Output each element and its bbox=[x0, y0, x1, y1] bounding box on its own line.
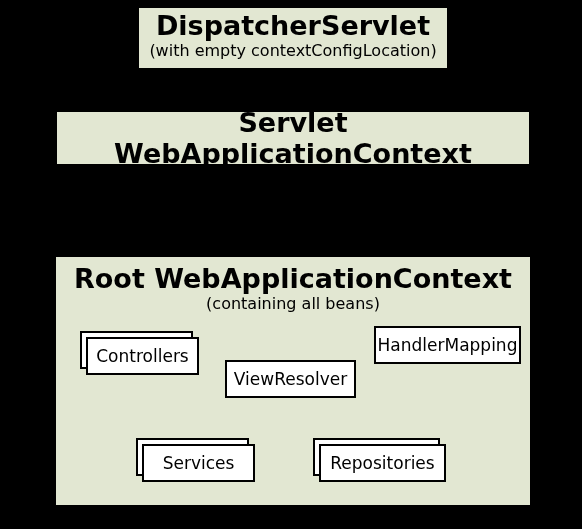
controllers-bean: Controllers bbox=[86, 337, 199, 375]
arrow-1-line bbox=[291, 70, 295, 96]
delegates-label: Delegates if no bean found bbox=[302, 191, 442, 227]
viewresolver-bean: ViewResolver bbox=[225, 360, 356, 398]
controllers-stack: Controllers bbox=[86, 337, 199, 375]
servlet-context-box: Servlet WebApplicationContext bbox=[55, 110, 531, 166]
handlermapping-bean: HandlerMapping bbox=[374, 326, 521, 364]
delegates-line2: if no bean found bbox=[302, 209, 442, 227]
viewresolver-label: ViewResolver bbox=[234, 369, 347, 389]
handlermapping-label: HandlerMapping bbox=[378, 335, 518, 355]
dispatcher-title: DispatcherServlet bbox=[139, 10, 447, 41]
services-label: Services bbox=[163, 453, 235, 473]
root-context-subtitle: (containing all beans) bbox=[56, 294, 530, 313]
arrow-2-head bbox=[284, 239, 302, 255]
controllers-label: Controllers bbox=[96, 346, 188, 366]
root-context-title: Root WebApplicationContext bbox=[56, 263, 530, 294]
dispatcher-subtitle: (with empty contextConfigLocation) bbox=[139, 41, 447, 60]
services-stack: Services bbox=[142, 444, 255, 482]
repositories-stack: Repositories bbox=[319, 444, 446, 482]
services-bean: Services bbox=[142, 444, 255, 482]
servlet-context-title: Servlet WebApplicationContext bbox=[57, 107, 529, 169]
repositories-label: Repositories bbox=[330, 453, 434, 473]
delegates-line1: Delegates bbox=[302, 191, 442, 209]
arrow-2-line bbox=[291, 166, 295, 241]
repositories-bean: Repositories bbox=[319, 444, 446, 482]
dispatcher-servlet-box: DispatcherServlet (with empty contextCon… bbox=[137, 6, 449, 70]
